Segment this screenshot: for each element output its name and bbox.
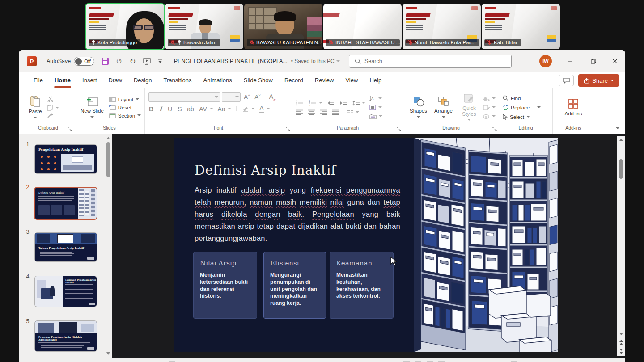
cut-icon[interactable] [47,96,59,102]
align-right-button[interactable] [320,109,327,115]
comments-button[interactable] [559,75,574,86]
tab-transitions[interactable]: Transitions [157,72,197,88]
slide-thumbnail-5[interactable]: Prosedur Penataan Arsip (Kaidah Administ… [35,321,97,351]
columns-button[interactable] [347,110,359,115]
restore-button[interactable] [583,50,604,72]
slide-thumbnail-3[interactable]: Tujuan Pengelolaan Arsip Inaktif [35,233,97,261]
arrange-button[interactable]: Arrange [432,95,455,119]
select-button[interactable]: Select [503,114,540,120]
video-tile-nurul[interactable]: Nurul_Bawaslu Kota Pas... [402,4,481,49]
increase-indent-button[interactable] [340,101,347,106]
tab-record[interactable]: Record [279,72,309,88]
strikethrough-button[interactable]: ab [187,105,194,113]
align-center-button[interactable] [308,109,315,115]
convert-to-smartart-button[interactable] [369,114,382,119]
font-name-combo[interactable] [148,92,220,102]
collapse-ribbon-chevron[interactable] [616,127,619,130]
search-field[interactable] [364,58,490,64]
underline-button[interactable]: U [167,105,173,113]
scroll-down-arrow[interactable] [619,333,623,335]
scroll-up-arrow[interactable] [106,137,110,139]
clear-formatting-button[interactable]: A▰ [268,93,277,101]
line-spacing-button[interactable] [352,101,365,106]
align-text-button[interactable] [369,105,382,110]
redo-button[interactable]: ↻ [129,58,136,65]
card-efisiensi[interactable]: Efisiensi Mengurangi penumpukan di unit … [263,252,326,319]
slide-thumbnail-4[interactable]: Langkah Penataan Arsip Inaktif [35,276,97,307]
numbering-button[interactable]: 123 [309,100,322,106]
text-highlight-button[interactable] [242,106,254,112]
card-keamanan[interactable]: Keamanan Memastikan keutuhan, kerahasiaa… [330,252,394,319]
paste-button[interactable]: Paste [26,95,44,120]
shape-fill-button[interactable] [483,96,495,101]
share-button[interactable]: Share [578,74,619,87]
tab-draw[interactable]: Draw [103,72,128,88]
video-tile-bawaslu-kabupaten[interactable]: BAWASLU KABUPATEN N... [244,4,322,49]
autosave-toggle[interactable]: Off [74,57,94,66]
thumbnail-scrollbar[interactable] [106,136,111,356]
find-button[interactable]: Find [503,95,540,101]
text-direction-button[interactable]: A [369,96,382,101]
copy-icon[interactable] [47,105,59,111]
decrease-indent-button[interactable] [327,101,335,106]
slide-canvas[interactable]: Definisi Arsip Inaktif Arsip inaktif ada… [174,138,558,352]
scroll-up-arrow[interactable] [619,139,623,141]
close-button[interactable] [605,50,625,72]
customize-qat-chevron[interactable] [158,59,162,63]
tab-insert[interactable]: Insert [76,72,103,88]
tab-review[interactable]: Review [309,72,340,88]
add-ins-button[interactable]: Add-ins [562,97,585,118]
video-tile-kota-probolinggo[interactable]: Kota Probolinggo [86,4,164,49]
minimize-button[interactable] [560,50,580,72]
paragraph-dialog-launcher[interactable] [397,127,402,132]
clipboard-dialog-launcher[interactable] [68,127,72,132]
saved-status[interactable]: • Saved to this PC [291,58,339,64]
shrink-font-button[interactable]: A˅ [253,93,262,101]
tab-animations[interactable]: Animations [198,72,238,88]
drawing-dialog-launcher[interactable] [492,127,497,132]
bold-button[interactable]: B [148,105,154,113]
video-tile-bawaslu-jatim[interactable]: Bawaslu Jatim [165,4,243,49]
layout-button[interactable]: Layout [109,97,140,102]
slide-body-text[interactable]: Arsip inaktif adalah arsip yang frekuens… [195,184,400,244]
font-size-combo[interactable] [222,92,241,102]
slide-thumbnail-1[interactable]: Pengelolaan Arsip Inaktif [35,145,97,173]
slide-scrollbar[interactable] [617,136,625,356]
shape-outline-button[interactable] [483,105,495,110]
font-color-button[interactable]: A [259,105,270,113]
undo-button[interactable]: ↺ [116,58,122,65]
replace-button[interactable]: Replace [503,105,540,110]
next-slide-button[interactable] [619,349,623,354]
video-tile-kab-blitar[interactable]: Kab. Blitar [482,4,560,49]
quick-styles-button[interactable]: Quick Styles [457,93,481,122]
format-painter-icon[interactable] [47,113,59,119]
strikethrough-s-button[interactable]: S [177,105,182,113]
video-tile-indah[interactable]: INDAH_ STAF BAWASLU ... [323,4,402,49]
italic-button[interactable]: I [158,105,163,113]
tab-view[interactable]: View [339,72,364,88]
shapes-button[interactable]: Shapes [407,95,430,119]
bullets-button[interactable] [296,100,304,106]
scroll-down-arrow[interactable] [106,352,110,355]
tab-design[interactable]: Design [128,72,157,88]
save-button[interactable] [102,58,109,65]
scrollbar-thumb[interactable] [106,142,110,177]
slide-title[interactable]: Definisi Arsip Inaktif [195,163,336,178]
scrollbar-thumb[interactable] [619,159,623,179]
previous-slide-button[interactable] [619,340,623,345]
change-case-button[interactable]: Aa [217,105,231,113]
grow-font-button[interactable]: A˄ [242,93,251,101]
tab-help[interactable]: Help [364,72,387,88]
document-title[interactable]: PENGELOLAAN ARSIP INAKTIF (NGOPI A... [174,58,288,64]
tab-home[interactable]: Home [49,72,76,88]
reset-button[interactable]: Reset [109,105,140,110]
font-dialog-launcher[interactable] [286,127,291,132]
slide-thumbnail-2[interactable]: Definisi Arsip Inaktif [35,188,97,219]
card-nilai-arsip[interactable]: Nilai Arsip Menjamin ketersediaan bukti … [193,252,257,319]
tab-slide-show[interactable]: Slide Show [238,72,279,88]
shape-effects-button[interactable] [483,114,495,119]
account-avatar[interactable]: IW [539,55,552,67]
justify-button[interactable] [332,109,339,115]
tab-file[interactable]: File [28,72,49,88]
search-input[interactable] [349,55,512,68]
